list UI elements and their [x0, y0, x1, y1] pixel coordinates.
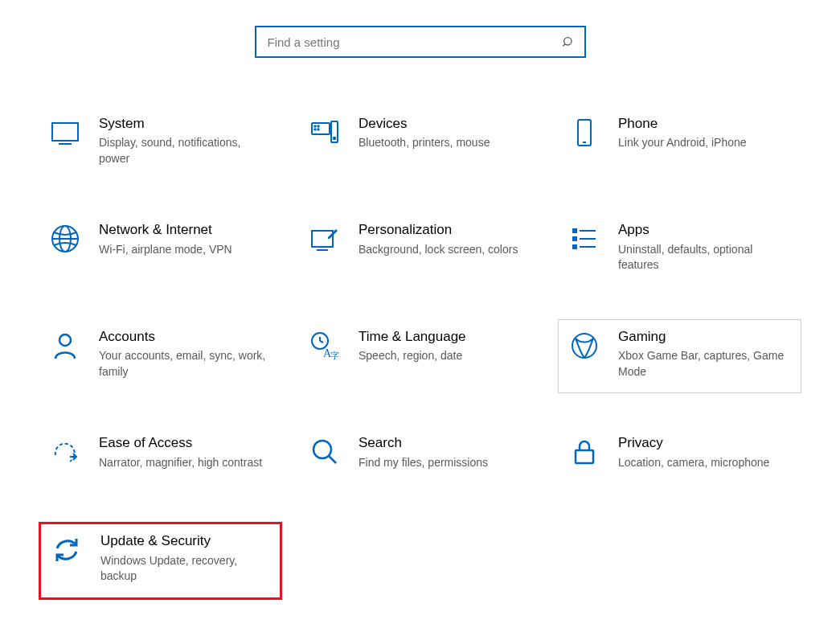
- search-input[interactable]: [266, 35, 562, 50]
- tile-title: Devices: [359, 115, 490, 132]
- tile-desc: Wi-Fi, airplane mode, VPN: [99, 242, 232, 258]
- settings-grid: System Display, sound, notifications, po…: [0, 58, 840, 600]
- svg-point-8: [318, 129, 319, 130]
- svg-point-0: [563, 38, 571, 45]
- tile-title: Ease of Access: [99, 434, 262, 451]
- tile-apps[interactable]: Apps Uninstall, defaults, optional featu…: [558, 212, 801, 286]
- svg-point-31: [313, 441, 331, 458]
- tile-desc: Background, lock screen, colors: [359, 242, 518, 258]
- svg-rect-20: [573, 245, 576, 248]
- apps-icon: [568, 223, 600, 255]
- svg-rect-16: [312, 231, 333, 247]
- tile-time-language[interactable]: A 字 Time & Language Speech, region, date: [298, 319, 542, 393]
- devices-icon: [309, 117, 341, 149]
- network-icon: [49, 223, 81, 255]
- svg-point-10: [334, 137, 335, 139]
- svg-line-32: [329, 456, 336, 463]
- svg-text:字: 字: [330, 351, 339, 360]
- svg-rect-33: [576, 450, 593, 463]
- search-tile-icon: [309, 436, 341, 468]
- tile-title: Personalization: [359, 221, 518, 238]
- tile-desc: Xbox Game Bar, captures, Game Mode: [618, 348, 787, 380]
- tile-desc: Find my files, permissions: [359, 455, 488, 471]
- svg-point-30: [572, 334, 596, 358]
- svg-rect-18: [573, 229, 576, 232]
- tile-privacy[interactable]: Privacy Location, camera, microphone: [558, 425, 801, 490]
- tile-title: Accounts: [99, 328, 268, 345]
- tile-desc: Display, sound, notifications, power: [99, 135, 268, 166]
- tile-desc: Narrator, magnifier, high contrast: [99, 455, 262, 471]
- time-language-icon: A 字: [309, 330, 341, 362]
- tile-title: System: [99, 115, 268, 132]
- tile-gaming[interactable]: Gaming Xbox Game Bar, captures, Game Mod…: [558, 319, 801, 393]
- tile-network[interactable]: Network & Internet Wi-Fi, airplane mode,…: [39, 212, 282, 286]
- tile-desc: Speech, region, date: [359, 348, 466, 364]
- svg-rect-2: [52, 123, 78, 141]
- search-box[interactable]: [255, 26, 586, 58]
- update-security-icon: [51, 534, 83, 566]
- tile-personalization[interactable]: Personalization Background, lock screen,…: [298, 212, 542, 286]
- tile-search[interactable]: Search Find my files, permissions: [298, 425, 542, 490]
- gaming-icon: [568, 330, 600, 362]
- svg-rect-19: [573, 237, 576, 240]
- tile-title: Update & Security: [100, 532, 269, 549]
- svg-line-1: [563, 44, 565, 47]
- tile-system[interactable]: System Display, sound, notifications, po…: [39, 106, 282, 180]
- tile-title: Phone: [618, 115, 747, 132]
- tile-desc: Bluetooth, printers, mouse: [359, 135, 490, 151]
- personalization-icon: [309, 223, 341, 255]
- svg-line-27: [320, 341, 323, 343]
- accounts-icon: [49, 330, 81, 362]
- tile-devices[interactable]: Devices Bluetooth, printers, mouse: [298, 106, 542, 180]
- svg-point-6: [318, 125, 319, 127]
- tile-ease-of-access[interactable]: Ease of Access Narrator, magnifier, high…: [39, 425, 282, 490]
- svg-point-24: [59, 334, 71, 346]
- tile-desc: Location, camera, microphone: [618, 455, 769, 471]
- tile-title: Search: [359, 434, 488, 451]
- tile-title: Time & Language: [359, 328, 466, 345]
- tile-title: Privacy: [618, 434, 769, 451]
- tile-accounts[interactable]: Accounts Your accounts, email, sync, wor…: [39, 319, 282, 393]
- phone-icon: [568, 117, 600, 149]
- svg-point-7: [314, 129, 316, 130]
- svg-point-5: [314, 125, 316, 127]
- tile-desc: Uninstall, defaults, optional features: [618, 242, 787, 273]
- tile-title: Network & Internet: [99, 221, 232, 238]
- search-icon: [562, 35, 575, 48]
- privacy-icon: [568, 436, 600, 468]
- tile-update-security[interactable]: Update & Security Windows Update, recove…: [39, 522, 282, 599]
- tile-phone[interactable]: Phone Link your Android, iPhone: [558, 106, 801, 180]
- tile-title: Apps: [618, 221, 787, 238]
- tile-desc: Link your Android, iPhone: [618, 135, 747, 151]
- tile-desc: Your accounts, email, sync, work, family: [99, 348, 268, 380]
- tile-desc: Windows Update, recovery, backup: [100, 553, 269, 585]
- system-icon: [49, 117, 81, 149]
- tile-title: Gaming: [618, 328, 787, 345]
- ease-of-access-icon: [49, 436, 81, 468]
